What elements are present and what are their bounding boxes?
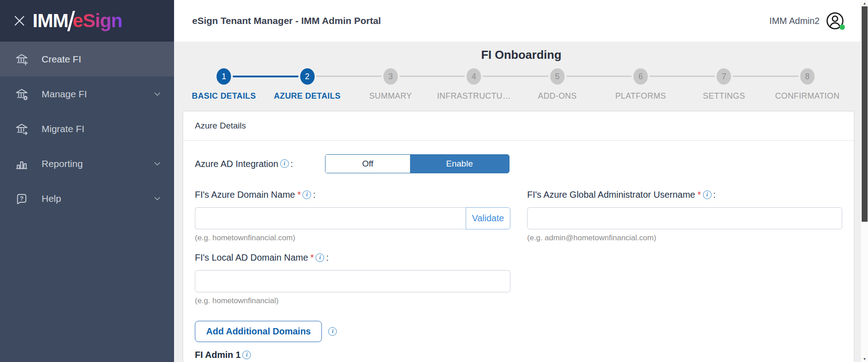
sidebar-item-label: Reporting <box>42 158 83 169</box>
user-name: IMM Admin2 <box>769 16 820 26</box>
main-area: eSign Tenant Manager - IMM Admin Portal … <box>174 0 868 362</box>
online-status-dot <box>840 24 845 30</box>
scrollbar-thumb[interactable] <box>862 6 868 222</box>
bank-gear-icon <box>14 87 29 101</box>
step-label: SETTINGS <box>703 91 745 101</box>
global-admin-label: FI's Azure Global Administrator Username… <box>527 190 842 200</box>
sidebar-item-manage-fi[interactable]: Manage FI <box>0 76 174 111</box>
azure-ad-integration-label: Azure AD Integrationi: <box>195 159 325 169</box>
label-colon: : <box>313 190 316 200</box>
stepper-step-infrastructu[interactable]: 4INFRASTRUCTU… <box>432 68 515 101</box>
step-label: CONFIRMATION <box>775 91 840 101</box>
chevron-down-icon[interactable] <box>152 159 162 169</box>
sidebar-item-label: Manage FI <box>42 89 87 100</box>
step-label: BASIC DETAILS <box>192 91 256 101</box>
toggle-off-button[interactable]: Off <box>326 155 410 173</box>
step-number-dot: 3 <box>383 68 398 85</box>
step-number-dot: 4 <box>467 68 481 85</box>
sidebar-item-label: Help <box>42 193 61 204</box>
local-ad-domain-input-group <box>195 270 510 292</box>
azure-details-card: Azure Details Azure AD Integrationi: Off… <box>183 111 854 362</box>
local-ad-domain-hint: (e.g. hometownfinancial) <box>195 296 510 305</box>
label-text: FI's Azure Global Administrator Username <box>527 190 695 200</box>
app-window: IMM / eSign Create FIManage FIMigrate FI… <box>0 0 868 362</box>
fi-admin-1-label: FI Admin 1 <box>195 350 241 360</box>
required-asterisk: * <box>297 190 301 200</box>
local-ad-domain-input[interactable] <box>195 270 510 292</box>
step-number-dot: 2 <box>300 68 315 85</box>
step-label: INFRASTRUCTU… <box>437 91 511 101</box>
stepper-step-azure-details[interactable]: 2AZURE DETAILS <box>265 68 349 101</box>
step-label: ADD-ONS <box>538 91 577 101</box>
info-icon[interactable]: i <box>316 253 324 262</box>
sidebar-logo-bar: IMM / eSign <box>0 0 174 42</box>
step-number-dot: 7 <box>717 68 731 85</box>
sidebar-item-label: Create FI <box>42 54 81 65</box>
info-icon[interactable]: i <box>302 191 311 199</box>
validate-button[interactable]: Validate <box>466 207 510 229</box>
bank-plus-icon <box>14 52 29 67</box>
global-admin-hint: (e.g. admin@hometownfinancial.com) <box>527 233 842 243</box>
topbar: eSign Tenant Manager - IMM Admin Portal … <box>174 0 868 42</box>
scrollbar-up-arrow[interactable]: ▲ <box>861 0 868 6</box>
info-icon[interactable]: i <box>703 191 712 199</box>
stepper-step-confirmation[interactable]: 8CONFIRMATION <box>766 68 849 101</box>
user-menu[interactable]: IMM Admin2 <box>769 11 844 30</box>
svg-text:?: ? <box>20 195 24 202</box>
global-admin-input-group <box>527 207 842 229</box>
sidebar-item-label: Migrate FI <box>42 124 85 134</box>
azure-domain-input[interactable] <box>195 207 466 229</box>
label-colon: : <box>326 252 329 263</box>
info-icon[interactable]: i <box>328 327 337 336</box>
onboarding-stepper: 1BASIC DETAILS2AZURE DETAILS3SUMMARY4INF… <box>182 68 849 101</box>
stepper-step-summary[interactable]: 3SUMMARY <box>349 68 432 101</box>
azure-domain-field: FI's Azure Domain Name*i: Validate (e.g.… <box>195 190 510 243</box>
global-admin-input[interactable] <box>527 207 842 229</box>
label-text: FI's Local AD Domain Name <box>195 252 308 263</box>
stepper-step-basic-details[interactable]: 1BASIC DETAILS <box>182 68 265 101</box>
step-label: PLATFORMS <box>615 91 666 101</box>
app-title: eSign Tenant Manager - IMM Admin Portal <box>192 15 381 26</box>
chevron-down-icon[interactable] <box>152 194 162 204</box>
fields-grid: FI's Azure Domain Name*i: Validate (e.g.… <box>195 190 842 243</box>
content-area: FI Onboarding 1BASIC DETAILS2AZURE DETAI… <box>174 42 868 362</box>
step-number-dot: 8 <box>800 68 815 85</box>
label-text: FI's Azure Domain Name <box>195 190 295 200</box>
stepper-step-settings[interactable]: 7SETTINGS <box>682 68 765 101</box>
fi-admin-1-section: FI Admin 1i <box>195 350 842 360</box>
close-menu-icon[interactable] <box>14 15 25 27</box>
required-asterisk: * <box>311 252 314 263</box>
info-icon[interactable]: i <box>280 159 289 168</box>
sidebar-item-migrate-fi[interactable]: Migrate FI <box>0 111 174 146</box>
add-additional-domains-button[interactable]: Add Additional Domains <box>195 321 322 342</box>
toggle-enable-button[interactable]: Enable <box>410 155 509 173</box>
logo-imm-text: IMM <box>33 10 68 32</box>
label-colon: : <box>291 159 293 169</box>
info-icon[interactable]: i <box>242 351 251 359</box>
scrollbar-down-arrow[interactable]: ▼ <box>861 356 868 362</box>
step-number-dot: 5 <box>550 68 565 85</box>
azure-ad-integration-row: Azure AD Integrationi: Off Enable <box>195 154 842 173</box>
help-icon: ? <box>14 191 29 206</box>
stepper-step-add-ons[interactable]: 5ADD-ONS <box>516 68 599 101</box>
sidebar-item-create-fi[interactable]: Create FI <box>0 42 174 76</box>
logo-esign-text: eSign <box>73 10 122 32</box>
sidebar-nav: Create FIManage FIMigrate FIReporting?He… <box>0 42 174 216</box>
stepper-step-platforms[interactable]: 6PLATFORMS <box>599 68 682 101</box>
sidebar-item-help[interactable]: ?Help <box>0 181 174 216</box>
azure-domain-hint: (e.g. hometownfinancial.com) <box>195 233 510 243</box>
local-ad-domain-label: FI's Local AD Domain Name*i: <box>195 252 510 263</box>
vertical-scrollbar: ▲ ▼ <box>860 0 868 362</box>
step-label: SUMMARY <box>369 91 412 101</box>
avatar <box>826 11 844 30</box>
label-text: Azure AD Integration <box>195 159 278 169</box>
card-body: Azure AD Integrationi: Off Enable FI's A… <box>183 141 854 360</box>
azure-domain-label: FI's Azure Domain Name*i: <box>195 190 510 200</box>
chevron-down-icon[interactable] <box>152 89 162 99</box>
sidebar-item-reporting[interactable]: Reporting <box>0 146 174 181</box>
add-domains-row: Add Additional Domains i <box>195 321 842 342</box>
sidebar: IMM / eSign Create FIManage FIMigrate FI… <box>0 0 174 362</box>
azure-domain-input-group: Validate <box>195 207 510 229</box>
global-admin-field: FI's Azure Global Administrator Username… <box>527 190 842 243</box>
imm-esign-logo: IMM / eSign <box>33 10 122 32</box>
